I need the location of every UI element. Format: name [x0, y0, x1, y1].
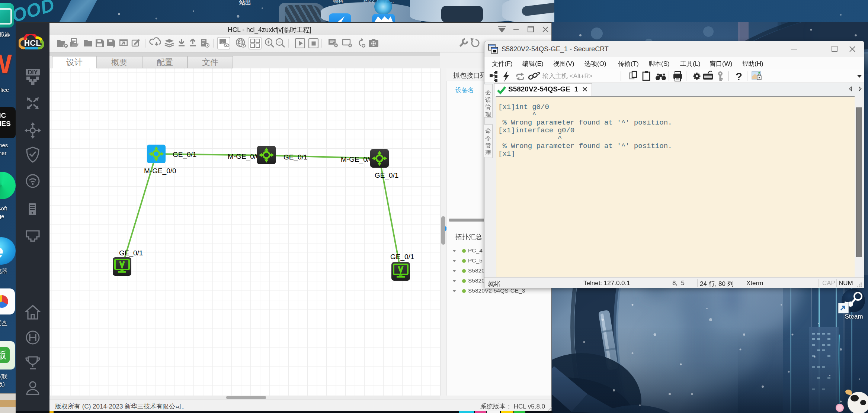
svg-text:GE_0/1: GE_0/1	[119, 249, 143, 257]
svg-text:GE_0/1: GE_0/1	[284, 153, 307, 161]
svg-text:M-GE_0/0: M-GE_0/0	[228, 152, 260, 161]
svg-text:M-GE_0/0: M-GE_0/0	[341, 155, 373, 164]
svg-text:?: ?	[736, 70, 742, 83]
svg-text:DIY: DIY	[28, 69, 38, 75]
svg-text:GE_0/1: GE_0/1	[173, 151, 196, 159]
svg-text:HCL: HCL	[24, 38, 41, 48]
svg-text:GE_0/1: GE_0/1	[375, 171, 398, 180]
svg-text:M-GE_0/0: M-GE_0/0	[144, 167, 176, 175]
svg-text:GE_0/1: GE_0/1	[390, 253, 414, 261]
